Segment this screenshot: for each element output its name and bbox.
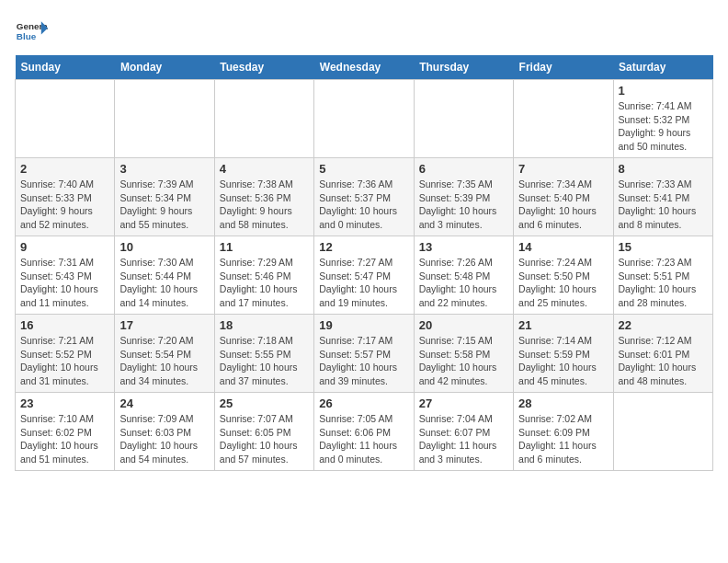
calendar-cell <box>514 80 613 158</box>
calendar-cell: 3Sunrise: 7:39 AM Sunset: 5:34 PM Daylig… <box>115 158 214 236</box>
calendar-cell: 16Sunrise: 7:21 AM Sunset: 5:52 PM Dayli… <box>16 315 115 393</box>
day-number: 4 <box>220 162 309 176</box>
calendar-table: SundayMondayTuesdayWednesdayThursdayFrid… <box>15 55 713 471</box>
day-info: Sunrise: 7:24 AM Sunset: 5:50 PM Dayligh… <box>518 256 608 310</box>
week-row: 1Sunrise: 7:41 AM Sunset: 5:32 PM Daylig… <box>16 80 713 158</box>
calendar-cell: 6Sunrise: 7:35 AM Sunset: 5:39 PM Daylig… <box>414 158 513 236</box>
day-number: 10 <box>119 240 209 254</box>
day-info: Sunrise: 7:27 AM Sunset: 5:47 PM Dayligh… <box>319 256 408 310</box>
day-number: 26 <box>319 396 408 410</box>
day-number: 8 <box>619 162 708 176</box>
day-info: Sunrise: 7:31 AM Sunset: 5:43 PM Dayligh… <box>20 256 109 310</box>
day-number: 27 <box>419 396 508 410</box>
calendar-cell: 8Sunrise: 7:33 AM Sunset: 5:41 PM Daylig… <box>613 158 712 236</box>
day-info: Sunrise: 7:10 AM Sunset: 6:02 PM Dayligh… <box>20 412 109 466</box>
column-header-tuesday: Tuesday <box>214 55 313 80</box>
calendar-cell: 11Sunrise: 7:29 AM Sunset: 5:46 PM Dayli… <box>214 236 313 315</box>
day-info: Sunrise: 7:18 AM Sunset: 5:55 PM Dayligh… <box>220 334 309 388</box>
day-number: 11 <box>220 240 309 254</box>
week-row: 16Sunrise: 7:21 AM Sunset: 5:52 PM Dayli… <box>16 315 713 393</box>
logo: General Blue <box>15 15 48 48</box>
day-info: Sunrise: 7:07 AM Sunset: 6:05 PM Dayligh… <box>220 412 309 466</box>
calendar-cell: 13Sunrise: 7:26 AM Sunset: 5:48 PM Dayli… <box>414 236 513 315</box>
calendar-cell <box>613 393 712 471</box>
day-number: 1 <box>619 84 708 98</box>
column-header-wednesday: Wednesday <box>314 55 414 80</box>
calendar-cell: 24Sunrise: 7:09 AM Sunset: 6:03 PM Dayli… <box>115 393 214 471</box>
day-info: Sunrise: 7:30 AM Sunset: 5:44 PM Dayligh… <box>119 256 209 310</box>
day-number: 19 <box>319 318 408 332</box>
day-number: 25 <box>220 396 309 410</box>
day-number: 18 <box>220 318 309 332</box>
calendar-cell: 17Sunrise: 7:20 AM Sunset: 5:54 PM Dayli… <box>115 315 214 393</box>
week-row: 2Sunrise: 7:40 AM Sunset: 5:33 PM Daylig… <box>16 158 713 236</box>
day-info: Sunrise: 7:26 AM Sunset: 5:48 PM Dayligh… <box>419 256 508 310</box>
calendar-cell: 28Sunrise: 7:02 AM Sunset: 6:09 PM Dayli… <box>514 393 613 471</box>
calendar-cell <box>115 80 214 158</box>
calendar-cell: 10Sunrise: 7:30 AM Sunset: 5:44 PM Dayli… <box>115 236 214 315</box>
day-info: Sunrise: 7:34 AM Sunset: 5:40 PM Dayligh… <box>518 178 608 232</box>
day-info: Sunrise: 7:41 AM Sunset: 5:32 PM Dayligh… <box>619 99 708 154</box>
day-number: 23 <box>20 396 109 410</box>
day-info: Sunrise: 7:36 AM Sunset: 5:37 PM Dayligh… <box>319 178 408 232</box>
day-number: 28 <box>518 396 608 410</box>
day-number: 22 <box>619 318 708 332</box>
calendar-cell: 1Sunrise: 7:41 AM Sunset: 5:32 PM Daylig… <box>613 80 712 158</box>
day-info: Sunrise: 7:15 AM Sunset: 5:58 PM Dayligh… <box>419 334 508 388</box>
calendar-cell: 12Sunrise: 7:27 AM Sunset: 5:47 PM Dayli… <box>314 236 414 315</box>
day-number: 2 <box>20 162 109 176</box>
column-header-thursday: Thursday <box>414 55 513 80</box>
calendar-cell: 26Sunrise: 7:05 AM Sunset: 6:06 PM Dayli… <box>314 393 414 471</box>
calendar-cell: 23Sunrise: 7:10 AM Sunset: 6:02 PM Dayli… <box>16 393 115 471</box>
calendar-cell: 21Sunrise: 7:14 AM Sunset: 5:59 PM Dayli… <box>514 315 613 393</box>
logo-icon: General Blue <box>15 15 48 48</box>
calendar-cell: 18Sunrise: 7:18 AM Sunset: 5:55 PM Dayli… <box>214 315 313 393</box>
day-info: Sunrise: 7:29 AM Sunset: 5:46 PM Dayligh… <box>220 256 309 310</box>
day-info: Sunrise: 7:40 AM Sunset: 5:33 PM Dayligh… <box>20 178 109 232</box>
calendar-cell: 14Sunrise: 7:24 AM Sunset: 5:50 PM Dayli… <box>514 236 613 315</box>
calendar-cell <box>314 80 414 158</box>
header-row: SundayMondayTuesdayWednesdayThursdayFrid… <box>16 55 713 80</box>
calendar-cell: 2Sunrise: 7:40 AM Sunset: 5:33 PM Daylig… <box>16 158 115 236</box>
day-number: 21 <box>518 318 608 332</box>
column-header-friday: Friday <box>514 55 613 80</box>
day-number: 13 <box>419 240 508 254</box>
week-row: 9Sunrise: 7:31 AM Sunset: 5:43 PM Daylig… <box>16 236 713 315</box>
day-info: Sunrise: 7:33 AM Sunset: 5:41 PM Dayligh… <box>619 178 708 232</box>
svg-text:Blue: Blue <box>17 31 37 41</box>
day-info: Sunrise: 7:05 AM Sunset: 6:06 PM Dayligh… <box>319 412 408 466</box>
calendar-cell: 22Sunrise: 7:12 AM Sunset: 6:01 PM Dayli… <box>613 315 712 393</box>
day-info: Sunrise: 7:23 AM Sunset: 5:51 PM Dayligh… <box>619 256 708 310</box>
day-number: 3 <box>119 162 209 176</box>
calendar-cell: 15Sunrise: 7:23 AM Sunset: 5:51 PM Dayli… <box>613 236 712 315</box>
day-info: Sunrise: 7:35 AM Sunset: 5:39 PM Dayligh… <box>419 178 508 232</box>
day-info: Sunrise: 7:12 AM Sunset: 6:01 PM Dayligh… <box>619 334 708 388</box>
calendar-cell: 25Sunrise: 7:07 AM Sunset: 6:05 PM Dayli… <box>214 393 313 471</box>
page-header: General Blue <box>15 15 713 48</box>
column-header-saturday: Saturday <box>613 55 712 80</box>
calendar-cell: 4Sunrise: 7:38 AM Sunset: 5:36 PM Daylig… <box>214 158 313 236</box>
calendar-cell: 7Sunrise: 7:34 AM Sunset: 5:40 PM Daylig… <box>514 158 613 236</box>
day-number: 9 <box>20 240 109 254</box>
calendar-cell <box>414 80 513 158</box>
day-info: Sunrise: 7:17 AM Sunset: 5:57 PM Dayligh… <box>319 334 408 388</box>
calendar-cell: 20Sunrise: 7:15 AM Sunset: 5:58 PM Dayli… <box>414 315 513 393</box>
day-info: Sunrise: 7:39 AM Sunset: 5:34 PM Dayligh… <box>119 178 209 232</box>
day-number: 7 <box>518 162 608 176</box>
day-info: Sunrise: 7:09 AM Sunset: 6:03 PM Dayligh… <box>119 412 209 466</box>
calendar-cell: 5Sunrise: 7:36 AM Sunset: 5:37 PM Daylig… <box>314 158 414 236</box>
day-info: Sunrise: 7:21 AM Sunset: 5:52 PM Dayligh… <box>20 334 109 388</box>
calendar-cell: 27Sunrise: 7:04 AM Sunset: 6:07 PM Dayli… <box>414 393 513 471</box>
day-info: Sunrise: 7:02 AM Sunset: 6:09 PM Dayligh… <box>518 412 608 466</box>
day-info: Sunrise: 7:20 AM Sunset: 5:54 PM Dayligh… <box>119 334 209 388</box>
day-info: Sunrise: 7:14 AM Sunset: 5:59 PM Dayligh… <box>518 334 608 388</box>
day-number: 17 <box>119 318 209 332</box>
day-number: 24 <box>119 396 209 410</box>
day-number: 14 <box>518 240 608 254</box>
day-info: Sunrise: 7:04 AM Sunset: 6:07 PM Dayligh… <box>419 412 508 466</box>
day-number: 16 <box>20 318 109 332</box>
calendar-cell <box>214 80 313 158</box>
day-number: 15 <box>619 240 708 254</box>
column-header-monday: Monday <box>115 55 214 80</box>
calendar-cell <box>16 80 115 158</box>
